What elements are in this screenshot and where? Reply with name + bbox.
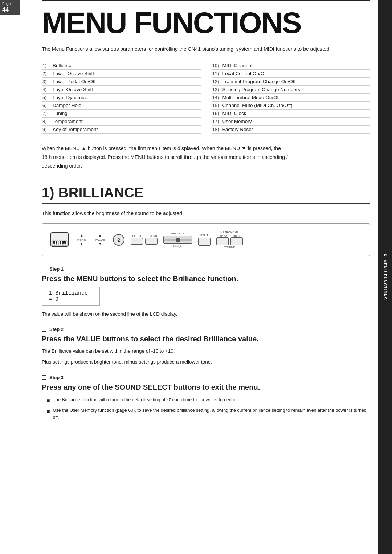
side-label-panel: 6 MENU FUNCTIONS [378, 0, 392, 554]
balance-slider [163, 236, 192, 244]
section-title-brilliance: 1) BRILLIANCE [42, 185, 370, 204]
step-3-instruction: Press any one of the SOUND SELECT button… [42, 382, 370, 392]
lcd-line2: = 0 [49, 296, 93, 303]
value-column: ▲ VALUE ▼ [95, 234, 105, 246]
menu-item-right: 17)User Memory [212, 118, 371, 126]
intro-text: The Menu Functions allow various paramet… [42, 45, 368, 53]
split-label: SPLIT [200, 234, 208, 237]
step-1-container: Step 1 Press the MENU buttons to select … [42, 266, 370, 318]
menu-item-right: 18)Factory Reset [212, 126, 371, 134]
value-label: VALUE [95, 238, 105, 241]
step-2-label: Step 2 [49, 327, 64, 332]
step-3-checkbox [42, 375, 46, 380]
step-2-checkbox [42, 327, 46, 332]
balance-sub: left right [173, 245, 183, 247]
value-down-arrow: ▼ [98, 242, 102, 246]
reverb-btn-group: REVERB [145, 235, 158, 245]
split-button [198, 238, 211, 246]
menu-item-left: 5)Layer Dynamics [42, 94, 201, 102]
balance-slider-svg [164, 236, 193, 244]
circle-icon: 2 [113, 234, 125, 246]
effects-area: EFFECTS REVERB [131, 235, 158, 245]
note-bullet-2: ■ [47, 407, 50, 421]
menu-item-right: 14)Multi-Timbral Mode On/Off [212, 94, 371, 102]
tempo-label: TEMPO [218, 234, 227, 237]
effects-btn-group: EFFECTS [131, 235, 143, 245]
step-1-desc: The value will be shown on the second li… [42, 310, 370, 318]
menu-item-right: 13)Sending Program Change Numbers [212, 86, 371, 94]
menu-item-right: 16)MIDI Clock [212, 110, 371, 118]
section-brilliance: 1) BRILLIANCE This function allows the b… [42, 185, 370, 421]
step-2-container: Step 2 Press the VALUE buttons to select… [42, 327, 370, 366]
menu-label: MENU [77, 238, 86, 241]
note-item-2: ■ Use the User Memory function (page 60)… [42, 407, 370, 421]
step-3-label: Step 3 [49, 375, 64, 380]
reverb-button [145, 238, 158, 245]
section-subtitle-brilliance: This function allows the brightness of t… [42, 210, 370, 216]
page-number: 44 [2, 6, 18, 14]
beat-label: BEAT [233, 234, 240, 237]
menu-up-arrow: ▲ [80, 234, 83, 237]
step-1-instruction: Press the MENU buttons to select the Bri… [42, 274, 370, 283]
balance-label: BALANCE [171, 232, 184, 235]
piano-body-icon [49, 230, 70, 250]
menu-column-left: 1)Brilliance2)Lower Octave Shift3)Lower … [42, 62, 201, 134]
menu-item-right: 12)Transmit Program Change On/Off [212, 78, 371, 86]
beat-group: BEAT [230, 234, 243, 245]
value-up-arrow: ▲ [98, 234, 102, 237]
step-2-header: Step 2 [42, 327, 370, 332]
menu-item-left: 3)Lower Pedal On/Off [42, 78, 201, 86]
metro-btn-row: TEMPO BEAT [216, 234, 243, 245]
split-area: SPLIT [198, 234, 211, 246]
beat-button [230, 237, 243, 245]
step-3-container: Step 3 Press any one of the SOUND SELECT… [42, 375, 370, 421]
svg-rect-9 [56, 241, 57, 244]
menu-item-left: 1)Brilliance [42, 62, 201, 70]
volume-label: VOLUME [224, 246, 235, 249]
piano-diagram: ▲ MENU ▼ ▲ VALUE ▼ 2 EF [42, 223, 370, 256]
metronome-area: METRONOME TEMPO BEAT VOLUME [216, 231, 243, 249]
menu-item-left: 8)Temperament [42, 118, 201, 126]
svg-rect-16 [176, 238, 180, 242]
page-label: Page [2, 1, 18, 6]
menu-arrow-column: ▲ MENU ▼ [77, 234, 86, 246]
piano-icon-area [49, 230, 70, 250]
svg-rect-11 [62, 241, 64, 244]
side-label-text: 6 MENU FUNCTIONS [383, 254, 387, 300]
effects-label: EFFECTS [131, 235, 143, 237]
chapter-title: MENU FUNCTIONS [42, 8, 370, 38]
svg-text:2: 2 [117, 237, 120, 243]
page-tab: Page 44 [0, 0, 20, 15]
menu-item-left: 2)Lower Octave Shift [42, 70, 201, 78]
lcd-display: 1 Brilliance = 0 [42, 287, 100, 306]
step-2-instruction: Press the VALUE buttons to select the de… [42, 334, 370, 344]
svg-rect-10 [60, 241, 61, 244]
nav-text: When the MENU ▲ button is pressed, the f… [42, 144, 368, 170]
effects-btn-row: EFFECTS REVERB [131, 235, 158, 245]
menu-item-left: 4)Layer Octave Shift [42, 86, 201, 94]
note-item-1: ■ The Brilliance function will return to… [42, 396, 370, 405]
note-text-2: Use the User Memory function (page 60), … [53, 407, 370, 421]
menu-item-right: 11)Local Control On/Off [212, 70, 371, 78]
tempo-group: TEMPO [216, 234, 229, 245]
menu-item-left: 7)Tuning [42, 110, 201, 118]
lcd-line1: 1 Brilliance [49, 290, 93, 296]
note-bullet-1: ■ [47, 397, 50, 405]
effects-button [131, 238, 143, 245]
note-text-1: The Brilliance function will return to t… [53, 396, 370, 405]
menu-item-right: 15)Channel Mute (MIDI Ch. On/Off) [212, 102, 371, 110]
menu-item-left: 6)Damper Hold [42, 102, 201, 110]
circle-icon-area: 2 [113, 234, 125, 246]
step-2-desc1: The Brilliance value can be set within t… [42, 347, 370, 355]
reverb-label: REVERB [146, 235, 157, 237]
tempo-button [216, 237, 229, 245]
menu-list-container: 1)Brilliance2)Lower Octave Shift3)Lower … [42, 62, 370, 134]
step-3-header: Step 3 [42, 375, 370, 380]
step-1-label: Step 1 [49, 266, 64, 272]
step-2-desc2: Plus settings produce a brighter tone, m… [42, 358, 370, 366]
step-1-header: Step 1 [42, 266, 370, 272]
metronome-label: METRONOME [220, 231, 239, 234]
menu-item-right: 10)MIDI Channel [212, 62, 371, 70]
note-list: ■ The Brilliance function will return to… [42, 396, 370, 421]
menu-item-left: 9)Key of Temperament [42, 126, 201, 134]
